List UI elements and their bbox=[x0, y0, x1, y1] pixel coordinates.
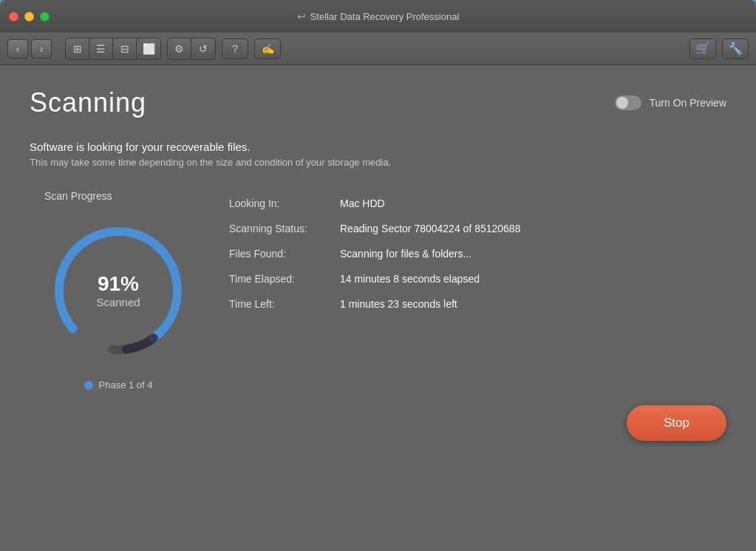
files-found-key: Files Found: bbox=[229, 248, 333, 260]
window-title: ↩ Stellar Data Recovery Professional bbox=[297, 10, 460, 22]
status-main-text: Software is looking for your recoverable… bbox=[30, 141, 726, 153]
cart-button[interactable]: 🛒 bbox=[689, 38, 716, 59]
cover-view-button[interactable]: ⬜ bbox=[137, 38, 160, 59]
circle-percent: 91% bbox=[96, 272, 140, 296]
preview-toggle-label: Turn On Preview bbox=[649, 97, 726, 109]
titlebar-arrow-icon: ↩ bbox=[297, 10, 306, 22]
time-left-row: Time Left: 1 minutes 23 seconds left bbox=[229, 298, 726, 310]
app-window: Scanning Turn On Preview Software is loo… bbox=[0, 65, 756, 551]
titlebar: ↩ Stellar Data Recovery Professional bbox=[0, 0, 756, 33]
refresh-button[interactable]: ↺ bbox=[191, 38, 215, 59]
circle-scanned-label: Scanned bbox=[96, 296, 140, 308]
forward-button[interactable]: › bbox=[31, 39, 52, 58]
close-button[interactable] bbox=[9, 12, 18, 21]
scanning-status-value: Reading Sector 78004224 of 85120688 bbox=[340, 223, 520, 234]
help-button[interactable]: ? bbox=[222, 38, 248, 59]
status-description: Software is looking for your recoverable… bbox=[30, 141, 726, 168]
sign-button[interactable]: ✍ bbox=[254, 38, 281, 59]
grid-view-button[interactable]: ⊞ bbox=[66, 38, 89, 59]
scanning-title: Scanning bbox=[30, 87, 146, 118]
traffic-lights bbox=[9, 12, 50, 21]
wrench-button[interactable]: 🔧 bbox=[722, 38, 749, 59]
stop-button-container: Stop bbox=[30, 391, 726, 448]
looking-in-row: Looking In: Mac HDD bbox=[229, 197, 726, 209]
status-sub-text: This may take some time depending on the… bbox=[30, 157, 726, 168]
files-found-row: Files Found: Scanning for files & folder… bbox=[229, 248, 726, 260]
view-mode-group: ⊞ ☰ ⊟ ⬜ bbox=[65, 38, 161, 60]
progress-circle: 91% Scanned bbox=[44, 217, 192, 365]
scanning-status-row: Scanning Status: Reading Sector 78004224… bbox=[229, 223, 726, 234]
list-view-button[interactable]: ☰ bbox=[89, 38, 113, 59]
phase-dot bbox=[84, 381, 93, 390]
info-table: Looking In: Mac HDD Scanning Status: Rea… bbox=[229, 190, 726, 310]
progress-section: Scan Progress 91% Scanned bbox=[44, 190, 726, 391]
preview-toggle-group: Turn On Preview bbox=[615, 95, 726, 110]
toolbar: ‹ › ⊞ ☰ ⊟ ⬜ ⚙ ↺ ? ✍ 🛒 🔧 bbox=[0, 33, 756, 65]
time-elapsed-row: Time Elapsed: 14 minutes 8 seconds elaps… bbox=[229, 273, 726, 285]
looking-in-value: Mac HDD bbox=[340, 197, 385, 209]
gear-button[interactable]: ⚙ bbox=[168, 38, 191, 59]
action-group-1: ⚙ ↺ bbox=[167, 38, 216, 60]
time-left-value: 1 minutes 23 seconds left bbox=[340, 298, 457, 310]
time-elapsed-value: 14 minutes 8 seconds elapsed bbox=[340, 273, 480, 285]
progress-circle-container: Scan Progress 91% Scanned bbox=[44, 190, 192, 391]
minimize-button[interactable] bbox=[24, 12, 34, 21]
progress-label: Scan Progress bbox=[44, 190, 112, 202]
scanning-header: Scanning Turn On Preview bbox=[30, 87, 726, 118]
main-content: Scanning Turn On Preview Software is loo… bbox=[0, 65, 756, 551]
nav-buttons: ‹ › bbox=[7, 39, 52, 58]
time-left-key: Time Left: bbox=[229, 298, 333, 310]
files-found-value: Scanning for files & folders... bbox=[340, 248, 471, 260]
preview-toggle-switch[interactable] bbox=[615, 95, 641, 110]
time-elapsed-key: Time Elapsed: bbox=[229, 273, 333, 285]
maximize-button[interactable] bbox=[40, 12, 50, 21]
stop-button[interactable]: Stop bbox=[627, 405, 726, 441]
scanning-status-key: Scanning Status: bbox=[229, 223, 333, 234]
column-view-button[interactable]: ⊟ bbox=[113, 38, 137, 59]
circle-text: 91% Scanned bbox=[96, 272, 140, 309]
back-button[interactable]: ‹ bbox=[7, 39, 28, 58]
looking-in-key: Looking In: bbox=[229, 197, 333, 209]
